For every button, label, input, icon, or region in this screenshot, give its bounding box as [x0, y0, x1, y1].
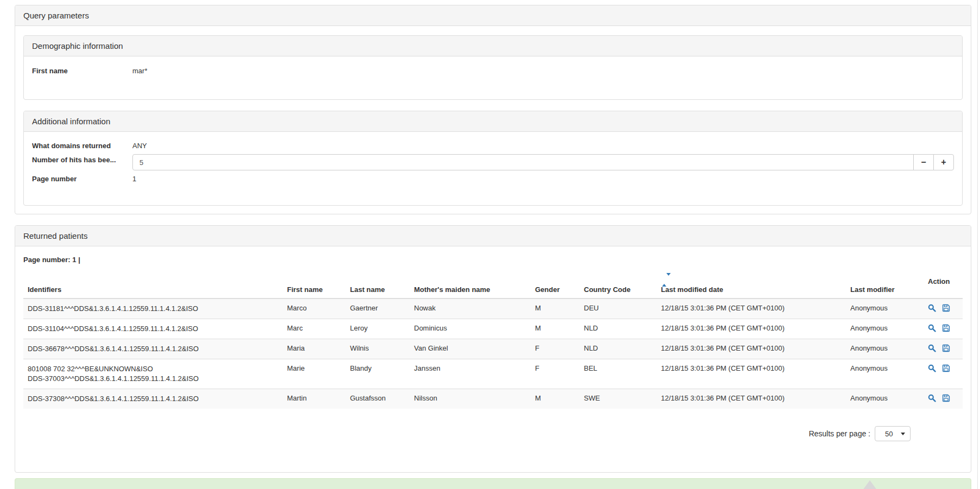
patient-country-code: NLD — [580, 319, 657, 339]
chevron-down-icon — [901, 433, 905, 435]
patient-gender: M — [531, 389, 580, 409]
patients-table: Identifiers First name Last name Mother'… — [23, 274, 963, 409]
patient-identifiers: DDS-36678^^^DDS&1.3.6.1.4.1.12559.11.1.4… — [23, 339, 283, 359]
patient-gender: F — [531, 339, 580, 359]
save-icon[interactable] — [942, 364, 950, 374]
search-icon[interactable] — [928, 364, 936, 374]
patient-mothers-maiden-name: Dominicus — [410, 319, 531, 339]
patient-row: DDS-31181^^^DDS&1.3.6.1.4.1.12559.11.1.4… — [23, 299, 963, 319]
scroll-to-top-arrow-icon[interactable] — [858, 480, 882, 489]
page: Query parameters Demographic information… — [0, 0, 980, 489]
page-indicator: Page number: 1 | — [23, 256, 963, 264]
domains-returned-label: What domains returned — [32, 140, 132, 151]
identifier-line: 801008 702 32^^^BE&UNKNOWN&ISO — [28, 364, 278, 374]
patient-last-name: Leroy — [346, 319, 410, 339]
patient-country-code: SWE — [580, 389, 657, 409]
col-header-last-name: Last name — [346, 274, 410, 299]
search-icon[interactable] — [928, 394, 936, 404]
sort-icon[interactable] — [662, 276, 842, 284]
right-edge-divider — [977, 0, 978, 489]
patient-actions — [924, 359, 963, 389]
patient-identifiers: DDS-31181^^^DDS&1.3.6.1.4.1.12559.11.1.4… — [23, 299, 283, 319]
identifier-line: DDS-37308^^^DDS&1.3.6.1.4.1.12559.11.1.4… — [28, 394, 278, 404]
number-of-hits-row: Number of hits has bee... − + — [32, 154, 954, 170]
patient-mothers-maiden-name: Van Ginkel — [410, 339, 531, 359]
domains-returned-value: ANY — [132, 140, 147, 151]
patient-last-name: Wilnis — [346, 339, 410, 359]
first-name-row: First name mar* — [32, 65, 954, 77]
number-of-hits-label: Number of hits has bee... — [32, 154, 132, 166]
patient-identifiers: DDS-37308^^^DDS&1.3.6.1.4.1.12559.11.1.4… — [23, 389, 283, 409]
col-header-last-modified-date[interactable]: Last modified date — [657, 274, 846, 299]
additional-information-heading: Additional information — [24, 111, 962, 132]
patient-mothers-maiden-name: Janssen — [410, 359, 531, 389]
patient-country-code: BEL — [580, 359, 657, 389]
table-header-row: Identifiers First name Last name Mother'… — [23, 274, 963, 299]
patient-first-name: Marie — [283, 359, 346, 389]
patient-last-name: Gaertner — [346, 299, 410, 319]
patient-country-code: DEU — [580, 299, 657, 319]
patient-last-modifier: Anonymous — [846, 389, 924, 409]
patients-table-body: DDS-31181^^^DDS&1.3.6.1.4.1.12559.11.1.4… — [23, 299, 963, 409]
patient-gender: M — [531, 319, 580, 339]
first-name-value: mar* — [132, 65, 147, 77]
page-number-value: 1 — [132, 173, 136, 185]
col-header-first-name: First name — [283, 274, 346, 299]
col-header-mothers-maiden-name: Mother's maiden name — [410, 274, 531, 299]
patient-mothers-maiden-name: Nilsson — [410, 389, 531, 409]
patient-row: DDS-31104^^^DDS&1.3.6.1.4.1.12559.11.1.4… — [23, 319, 963, 339]
patient-last-name: Blandy — [346, 359, 410, 389]
col-header-country-code: Country Code — [580, 274, 657, 299]
patient-last-modifier: Anonymous — [846, 359, 924, 389]
search-icon[interactable] — [928, 324, 936, 334]
page-number-label: Page number — [32, 173, 132, 185]
identifier-line: DDS-37003^^^DDS&1.3.6.1.4.1.12559.11.1.4… — [28, 374, 278, 384]
patient-last-modified-date: 12/18/15 3:01:36 PM (CET GMT+0100) — [657, 359, 846, 389]
patient-actions — [924, 339, 963, 359]
returned-patients-heading: Returned patients — [15, 226, 971, 246]
more-results-alert: More results are available on supplier s… — [15, 478, 971, 489]
patient-first-name: Marco — [283, 299, 346, 319]
patient-last-modified-date: 12/18/15 3:01:36 PM (CET GMT+0100) — [657, 319, 846, 339]
number-of-hits-input[interactable] — [132, 154, 914, 170]
query-parameters-panel: Query parameters Demographic information… — [15, 5, 971, 214]
patient-last-modifier: Anonymous — [846, 319, 924, 339]
col-header-last-modified-date-label: Last modified date — [661, 285, 842, 294]
results-per-page-label: Results per page : — [809, 429, 870, 438]
patient-country-code: NLD — [580, 339, 657, 359]
patient-last-name: Gustafsson — [346, 389, 410, 409]
additional-information-body: What domains returned ANY Number of hits… — [24, 132, 962, 205]
identifier-line: DDS-31104^^^DDS&1.3.6.1.4.1.12559.11.1.4… — [28, 324, 278, 334]
increment-button[interactable]: + — [933, 154, 954, 170]
identifier-line: DDS-36678^^^DDS&1.3.6.1.4.1.12559.11.1.4… — [28, 344, 278, 354]
save-icon[interactable] — [942, 304, 950, 314]
search-icon[interactable] — [928, 344, 936, 354]
patient-first-name: Martin — [283, 389, 346, 409]
results-per-page-value: 50 — [885, 430, 893, 438]
patient-row: 801008 702 32^^^BE&UNKNOWN&ISODDS-37003^… — [23, 359, 963, 389]
patient-last-modified-date: 12/18/15 3:01:36 PM (CET GMT+0100) — [657, 299, 846, 319]
patient-first-name: Maria — [283, 339, 346, 359]
identifier-line: DDS-31181^^^DDS&1.3.6.1.4.1.12559.11.1.4… — [28, 304, 278, 314]
query-parameters-heading: Query parameters — [15, 5, 971, 26]
save-icon[interactable] — [942, 394, 950, 404]
query-parameters-body: Demographic information First name mar* … — [15, 26, 971, 214]
col-header-identifiers: Identifiers — [23, 274, 283, 299]
decrement-button[interactable]: − — [913, 154, 934, 170]
page-number-row: Page number 1 — [32, 173, 954, 185]
search-icon[interactable] — [928, 304, 936, 314]
results-per-page-select[interactable]: 50 — [875, 426, 911, 441]
demographic-information-body: First name mar* — [24, 56, 962, 99]
save-icon[interactable] — [942, 344, 950, 354]
patient-last-modifier: Anonymous — [846, 339, 924, 359]
additional-information-panel: Additional information What domains retu… — [23, 111, 963, 206]
patient-actions — [924, 319, 963, 339]
number-of-hits-stepper: − + — [132, 154, 954, 170]
patient-last-modified-date: 12/18/15 3:01:36 PM (CET GMT+0100) — [657, 339, 846, 359]
col-header-action: Action — [924, 274, 963, 299]
demographic-information-panel: Demographic information First name mar* — [23, 35, 963, 100]
patient-actions — [924, 389, 963, 409]
patient-actions — [924, 299, 963, 319]
returned-patients-panel: Returned patients Page number: 1 | Ident… — [15, 225, 971, 473]
save-icon[interactable] — [942, 324, 950, 334]
